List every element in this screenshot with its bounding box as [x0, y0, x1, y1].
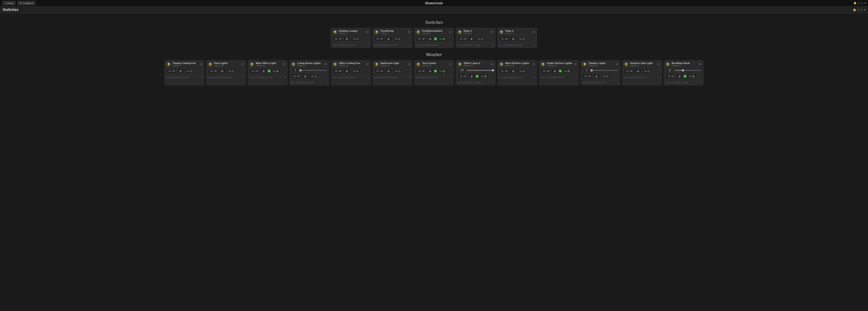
- on-button[interactable]: On⏻: [479, 74, 488, 78]
- off-button[interactable]: ⊘Off: [458, 74, 468, 79]
- gear-button[interactable]: ⚙: [449, 62, 452, 66]
- on-button[interactable]: On⏻: [562, 69, 571, 73]
- dimmer-value[interactable]: 31: [666, 69, 674, 72]
- off-button[interactable]: ⊘Off: [624, 69, 634, 74]
- off-button[interactable]: ⊘Off: [375, 36, 384, 41]
- dim-button[interactable]: ◐: [344, 69, 350, 74]
- dim-button[interactable]: ◐: [635, 69, 642, 74]
- gear-button[interactable]: ⚙: [532, 62, 535, 66]
- dimmer-slider[interactable]: [592, 70, 618, 71]
- on-button[interactable]: On⏻: [351, 37, 360, 41]
- gear-button[interactable]: ⚙: [574, 62, 577, 66]
- dim-button[interactable]: ◐: [219, 69, 225, 74]
- dim-button[interactable]: ◐: [510, 36, 517, 41]
- off-label: Off: [338, 70, 341, 72]
- device-card: 💡Main Office LightZWave 11⚙⊘Off◐On⏻Sun, …: [248, 60, 287, 85]
- dim-button[interactable]: ◐: [427, 36, 433, 41]
- on-button[interactable]: On⏻: [642, 69, 651, 73]
- gear-button[interactable]: ⚙: [324, 62, 328, 66]
- on-button[interactable]: On⏻: [185, 69, 194, 73]
- off-button[interactable]: ⊘Off: [291, 74, 301, 79]
- on-button[interactable]: On⏻: [393, 69, 402, 73]
- dim-button[interactable]: ◐: [552, 69, 558, 74]
- dim-button[interactable]: ◐: [469, 74, 475, 79]
- gear-button[interactable]: ⚙: [241, 62, 244, 66]
- device-icon: 💡: [333, 62, 338, 67]
- dimmer-value[interactable]: 0: [292, 69, 299, 72]
- power-icon: ⏻: [484, 75, 487, 78]
- device-icon: 💡: [665, 62, 670, 67]
- gear-button[interactable]: ⚙: [491, 30, 494, 34]
- dim-button[interactable]: ◐: [385, 69, 392, 74]
- off-button[interactable]: ⊘Off: [375, 69, 384, 74]
- off-label: Off: [214, 70, 217, 72]
- off-button[interactable]: ⊘Off: [208, 69, 218, 74]
- off-button[interactable]: ⊘Off: [416, 69, 426, 74]
- device-card: 💡Under Kitchen LightsZWave 25⚙⊘Off◐On⏻Su…: [539, 60, 579, 85]
- on-button[interactable]: On⏻: [226, 69, 236, 73]
- on-button[interactable]: On⏻: [393, 37, 402, 41]
- dimmer-slider[interactable]: [301, 70, 327, 71]
- dim-button[interactable]: ◐: [302, 74, 309, 79]
- device-sub: ZWave 14: [339, 65, 360, 67]
- off-button[interactable]: ⊘Off: [333, 36, 343, 41]
- dimmer-slider[interactable]: [675, 70, 701, 71]
- gear-button[interactable]: ⚙: [449, 30, 452, 34]
- gear-button[interactable]: ⚙: [657, 62, 660, 66]
- off-button[interactable]: ⊘Off: [458, 36, 468, 41]
- dim-button[interactable]: ◐: [677, 74, 683, 79]
- off-button[interactable]: ⊘Off: [583, 74, 592, 79]
- power-icon: ⏻: [398, 37, 401, 40]
- dim-button[interactable]: ◐: [344, 36, 350, 41]
- gear-button[interactable]: ⚙: [407, 62, 411, 66]
- on-button[interactable]: On⏻: [271, 69, 280, 73]
- gear-button[interactable]: ⚙: [366, 30, 369, 34]
- on-button[interactable]: On⏻: [518, 69, 527, 73]
- gear-button[interactable]: ⚙: [615, 62, 619, 66]
- dimmer-slider[interactable]: [467, 70, 493, 71]
- off-button[interactable]: ⊘Off: [499, 36, 509, 41]
- dimmer-value[interactable]: 0: [583, 69, 590, 72]
- gear-button[interactable]: ⚙: [282, 62, 286, 66]
- dim-button[interactable]: ◐: [427, 69, 433, 74]
- bell-icon: 🔔: [854, 2, 857, 4]
- gear-button[interactable]: ⚙: [491, 62, 494, 66]
- dim-button[interactable]: ◐: [178, 69, 184, 74]
- on-button[interactable]: On⏻: [437, 69, 446, 73]
- off-button[interactable]: ⊘Off: [541, 69, 551, 74]
- on-button[interactable]: On⏻: [476, 37, 485, 41]
- on-button[interactable]: On⏻: [601, 74, 610, 78]
- moon-icon: ◐: [387, 37, 390, 40]
- on-button[interactable]: On⏻: [518, 37, 527, 41]
- device-icon: 💡: [416, 62, 421, 67]
- off-icon: ⊘: [376, 37, 379, 40]
- off-button[interactable]: ⊘Off: [666, 74, 676, 79]
- gear-button[interactable]: ⚙: [532, 30, 535, 34]
- dim-button[interactable]: ◐: [593, 74, 600, 79]
- configure-button[interactable]: ⚙ Configure: [17, 1, 35, 5]
- dim-button[interactable]: ◐: [510, 69, 517, 74]
- off-button[interactable]: ⊘Off: [416, 36, 426, 41]
- off-button[interactable]: ⊘Off: [250, 69, 260, 74]
- off-button[interactable]: ⊘Off: [333, 69, 343, 74]
- controls-row: ⊘Off◐On⏻: [166, 68, 203, 74]
- dimmer-value[interactable]: 100: [458, 69, 465, 72]
- dim-button[interactable]: ◐: [469, 36, 475, 41]
- off-button[interactable]: ⊘Off: [499, 69, 509, 74]
- on-button[interactable]: On⏻: [687, 74, 696, 78]
- gear-button[interactable]: ⚙: [366, 62, 369, 66]
- gear-button[interactable]: ⚙: [199, 62, 203, 66]
- moon-icon: ◐: [429, 37, 432, 40]
- device-footer: Sun, 02/11/2018 2:13 AM↻: [499, 43, 535, 46]
- dim-button[interactable]: ◐: [261, 69, 267, 74]
- on-button[interactable]: On⏻: [437, 37, 446, 41]
- gear-button[interactable]: ⚙: [407, 30, 411, 34]
- gear-button[interactable]: ⚙: [699, 62, 702, 66]
- on-label: On: [519, 70, 522, 72]
- dim-button[interactable]: ◐: [385, 36, 392, 41]
- on-button[interactable]: On⏻: [310, 74, 319, 78]
- device-sub: ZWave 27: [672, 65, 690, 67]
- off-button[interactable]: ⊘Off: [166, 69, 177, 74]
- on-button[interactable]: On⏻: [351, 69, 360, 73]
- home-button[interactable]: ⌂ Home: [2, 1, 16, 5]
